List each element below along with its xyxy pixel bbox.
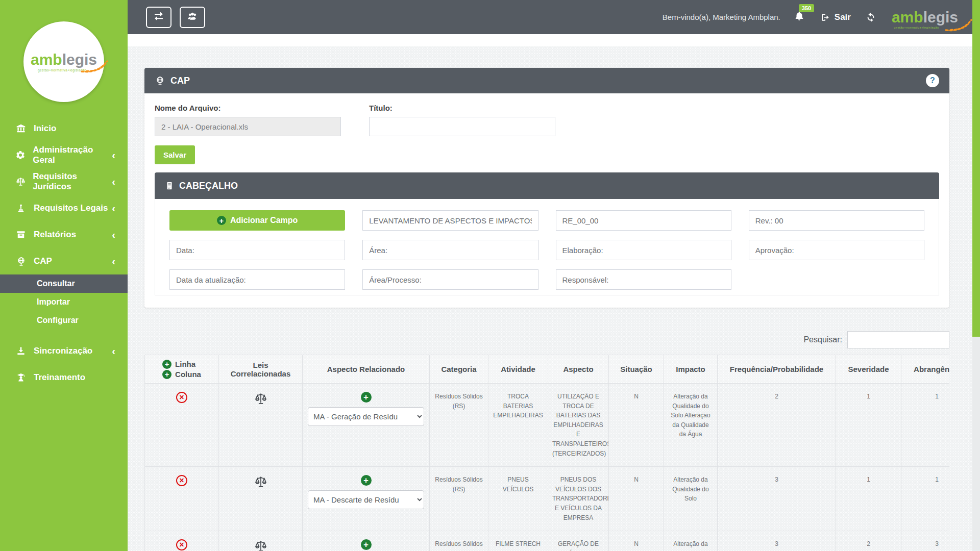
header-field-input[interactable] [556, 269, 731, 290]
table-search: Pesquisar: [144, 331, 949, 348]
cell-categoria: Resíduos Sólidos (RS) [430, 531, 488, 551]
col-aspecto: Aspecto [548, 355, 609, 384]
add-column-button[interactable]: + [162, 370, 172, 379]
col-aspecto-relacionado: Aspecto Relacionado [303, 355, 430, 384]
sidebar-item-requisitos-juridicos[interactable]: Requisitos Jurídicos ‹ [0, 168, 128, 195]
help-button[interactable]: ? [926, 74, 939, 87]
doc-icon [165, 181, 174, 190]
cell-atividade: PNEUS VEÍCULOS [488, 467, 548, 531]
cell-abrangencia: 3 [901, 531, 950, 551]
users-button[interactable] [180, 7, 205, 28]
refresh-button[interactable] [865, 12, 876, 23]
add-aspect-button[interactable]: + [361, 539, 372, 550]
save-button[interactable]: Salvar [155, 145, 195, 164]
sidebar-item-administracao-geral[interactable]: Administração Geral ‹ [0, 142, 128, 168]
main-content: CAP ? Nome do Arquivo: Título: [128, 34, 972, 551]
laws-scale-icon[interactable] [254, 392, 268, 406]
bell-icon [794, 15, 805, 23]
exchange-button[interactable] [146, 7, 172, 28]
table-row: × + MA - Geração de Resídu Resíduos Sóli… [145, 384, 950, 467]
col-linha-coluna: + Linha + Coluna [145, 355, 219, 384]
cell-atividade: TROCA BATERIAS EMPILHADEIRAS [488, 384, 548, 467]
aspecto-relacionado-select[interactable]: MA - Geração de Resídu [308, 407, 424, 426]
table-row: × + MA - Descarte de Resídu Resíduos Sól… [145, 531, 950, 551]
laws-scale-icon[interactable] [254, 539, 268, 551]
add-aspect-button[interactable]: + [361, 392, 372, 403]
file-name-input [155, 117, 341, 136]
cell-atividade: FILME STRECH [488, 531, 548, 551]
cell-impacto: Alteração da Qualidade do Solo Alteração… [664, 384, 718, 467]
sidebar-item-cap[interactable]: CAP ‹ [0, 248, 128, 274]
cell-aspecto: PNEUS DOS VEÍCULOS DOS TRANSPORTADORES E… [548, 467, 609, 531]
sidebar-item-relatorios[interactable]: Relatórios ‹ [0, 221, 128, 248]
gavel-icon [14, 204, 28, 213]
col-label: Linha [175, 360, 195, 368]
col-categoria: Categoria [430, 355, 488, 384]
header-field-input[interactable] [169, 269, 345, 290]
submenu-item-importar[interactable]: Importar [0, 293, 128, 311]
col-situacao: Situação [609, 355, 664, 384]
logout-button[interactable]: Sair [820, 12, 851, 22]
sidebar-item-label: Relatórios [34, 230, 76, 240]
title-input[interactable] [369, 117, 555, 136]
delete-row-icon[interactable]: × [176, 392, 187, 403]
header-field-input[interactable] [362, 210, 538, 231]
delete-row-icon[interactable]: × [176, 475, 187, 486]
title-label: Título: [369, 104, 555, 112]
cell-aspecto: GERAÇÃO DE RESÍDUOS DE PLÁSTICO - FILME … [548, 531, 609, 551]
sidebar-item-inicio[interactable]: Inicio [0, 115, 128, 142]
scrollbar-thumb[interactable] [972, 0, 980, 337]
cell-situacao: N [609, 384, 664, 467]
sidebar-item-treinamento[interactable]: Treinamento [0, 364, 128, 391]
aspecto-relacionado-select[interactable]: MA - Descarte de Resídu [308, 490, 424, 509]
header-field-input[interactable] [749, 240, 924, 260]
topbar-right: Bem-vindo(a), Marketing Ambplan. 350 Sai… [663, 10, 958, 25]
cell-severidade: 1 [836, 467, 901, 531]
cell-frequencia: 3 [718, 467, 836, 531]
add-row-button[interactable]: + [162, 360, 172, 369]
header-field-input[interactable] [362, 269, 538, 290]
download-icon [14, 346, 28, 356]
header-field-input[interactable] [556, 240, 731, 260]
cap-table: + Linha + Coluna Leis Correlacionadas [144, 355, 949, 551]
plus-circle-icon: + [217, 216, 226, 225]
chevron-left-icon: ‹ [112, 346, 115, 356]
header-field-input[interactable] [169, 240, 345, 260]
cell-categoria: Resíduos Sólidos (RS) [430, 467, 488, 531]
notifications-button[interactable]: 350 [794, 11, 805, 24]
sidebar: amblegis gestão+normativa+legislação Ini… [0, 0, 128, 551]
laws-scale-icon[interactable] [254, 475, 268, 489]
col-atividade: Atividade [488, 355, 548, 384]
cabecalho-title: CABEÇALHO [179, 181, 238, 191]
search-label: Pesquisar: [803, 335, 842, 344]
sidebar-item-label: Requisitos Legais [34, 203, 108, 213]
add-field-label: Adicionar Campo [230, 216, 298, 225]
scale-icon [14, 177, 27, 187]
search-input[interactable] [847, 331, 949, 348]
cell-situacao: N [609, 531, 664, 551]
logout-label: Sair [835, 12, 851, 22]
sidebar-item-sincronizacao[interactable]: Sincronização ‹ [0, 338, 128, 364]
col-frequencia: Frequência/Probabilidade [718, 355, 836, 384]
delete-row-icon[interactable]: × [176, 539, 187, 550]
cell-abrangencia: 1 [901, 384, 950, 467]
header-field-input[interactable] [749, 210, 924, 231]
header-field-input[interactable] [556, 210, 731, 231]
brand-part1: amb [31, 51, 62, 68]
page-scrollbar [972, 0, 980, 551]
content-header-strip [128, 34, 972, 46]
add-field-button[interactable]: + Adicionar Campo [169, 210, 345, 231]
sidebar-item-label: Administração Geral [33, 145, 112, 165]
sidebar-item-requisitos-legais[interactable]: Requisitos Legais ‹ [0, 195, 128, 221]
cell-abrangencia: 1 [901, 467, 950, 531]
header-field-input[interactable] [362, 240, 538, 260]
submenu-item-label: Importar [37, 297, 70, 307]
chevron-left-icon: ‹ [112, 203, 115, 213]
table-row: × + MA - Descarte de Resídu Resíduos Sól… [145, 467, 950, 531]
submenu-item-configurar[interactable]: Configurar [0, 311, 128, 330]
brand-part1: amb [892, 9, 923, 26]
archive-icon [14, 230, 28, 240]
submenu-item-consultar[interactable]: Consultar [0, 274, 128, 293]
brand-swoosh-icon [80, 58, 109, 73]
add-aspect-button[interactable]: + [361, 475, 372, 486]
